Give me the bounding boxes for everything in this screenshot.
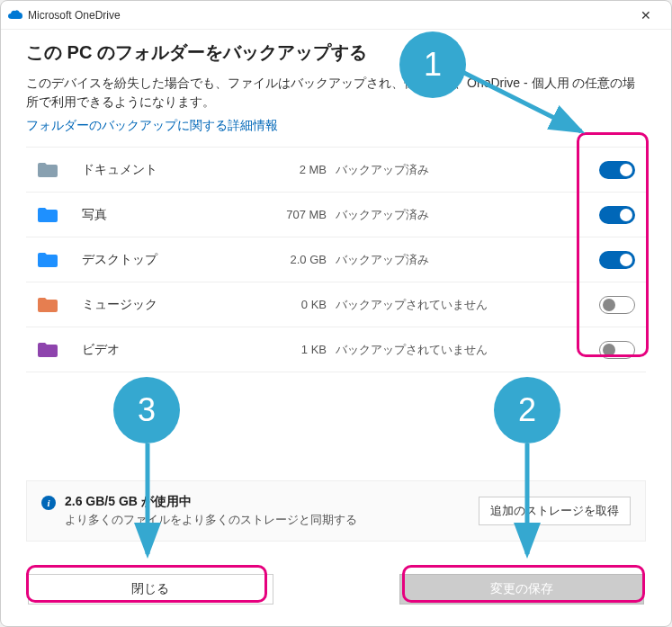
folder-toggle[interactable] — [599, 206, 635, 224]
storage-title: 2.6 GB/5 GB が使用中 — [65, 494, 479, 510]
folder-size: 707 MB — [271, 208, 336, 221]
save-button[interactable]: 変更の保存 — [399, 574, 645, 605]
folder-size: 2.0 GB — [271, 253, 336, 266]
folder-name: 写真 — [82, 207, 271, 223]
folder-row: 写真 707 MB バックアップ済み — [26, 193, 646, 237]
annotation-1-circle: 1 — [399, 31, 466, 98]
folder-status: バックアップされていません — [336, 342, 599, 358]
folder-toggle[interactable] — [599, 296, 635, 314]
onedrive-icon — [8, 8, 22, 22]
folder-row: ミュージック 0 KB バックアップされていません — [26, 282, 646, 327]
folder-size: 0 KB — [271, 298, 336, 311]
close-icon[interactable]: ✕ — [628, 3, 664, 28]
learn-more-link[interactable]: フォルダーのバックアップに関する詳細情報 — [26, 118, 278, 134]
folder-icon — [35, 206, 60, 224]
folder-icon — [35, 296, 60, 314]
folder-size: 1 KB — [271, 343, 336, 356]
button-row: 閉じる 変更の保存 — [26, 574, 646, 605]
folder-row: ビデオ 1 KB バックアップされていません — [26, 327, 646, 372]
get-storage-button[interactable]: 追加のストレージを取得 — [479, 497, 631, 525]
folder-toggle[interactable] — [599, 161, 635, 179]
content-area: この PC のフォルダーをバックアップする このデバイスを紛失した場合でも、ファ… — [1, 30, 671, 621]
folder-row: ドキュメント 2 MB バックアップ済み — [26, 148, 646, 193]
folder-icon — [35, 161, 60, 179]
folder-name: デスクトップ — [82, 252, 271, 268]
close-button[interactable]: 閉じる — [28, 574, 273, 605]
page-heading: この PC のフォルダーをバックアップする — [26, 40, 646, 65]
folder-list: ドキュメント 2 MB バックアップ済み 写真 707 MB バックアップ済み … — [26, 147, 646, 372]
onedrive-window: Microsoft OneDrive ✕ この PC のフォルダーをバックアップ… — [0, 0, 672, 627]
folder-toggle[interactable] — [599, 251, 635, 269]
folder-status: バックアップ済み — [336, 162, 599, 178]
titlebar-title: Microsoft OneDrive — [28, 9, 628, 22]
annotation-3-circle: 3 — [113, 377, 180, 443]
storage-subtitle: より多くのファイルをより多くのストレージと同期する — [65, 512, 479, 528]
folder-toggle[interactable] — [599, 341, 635, 359]
storage-box: i 2.6 GB/5 GB が使用中 より多くのファイルをより多くのストレージと… — [26, 480, 646, 542]
annotation-2-circle: 2 — [494, 377, 560, 443]
folder-icon — [35, 341, 60, 359]
folder-status: バックアップ済み — [336, 252, 599, 268]
folder-name: ドキュメント — [82, 162, 271, 178]
folder-size: 2 MB — [271, 163, 336, 176]
folder-name: ミュージック — [82, 297, 271, 313]
info-icon: i — [41, 496, 56, 510]
folder-icon — [35, 251, 60, 269]
folder-status: バックアップされていません — [336, 297, 599, 313]
titlebar: Microsoft OneDrive ✕ — [1, 1, 671, 30]
page-description: このデバイスを紛失した場合でも、ファイルはバックアップされ、保護され、OneDr… — [26, 74, 646, 112]
folder-status: バックアップ済み — [336, 207, 599, 223]
folder-name: ビデオ — [82, 342, 271, 358]
folder-row: デスクトップ 2.0 GB バックアップ済み — [26, 237, 646, 282]
storage-text: 2.6 GB/5 GB が使用中 より多くのファイルをより多くのストレージと同期… — [65, 494, 479, 528]
